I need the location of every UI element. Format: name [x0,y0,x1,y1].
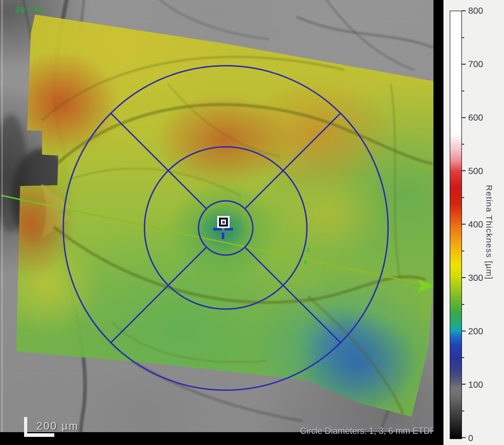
minor-tick-mark [462,357,464,358]
grid-diagonal-sw [111,247,206,343]
minor-tick-mark [462,411,464,411]
frame-counter: 29 / 61 [15,5,45,15]
colorbar-labels: 800 700 600 500 400 300 200 100 0 [468,5,483,444]
footer-note: Circle Diameters: 1, 3, 6 mm ETDRS [300,426,433,436]
scale-bar [24,433,54,437]
tick-label: 200 [468,326,483,337]
tick-label: 600 [468,112,483,123]
fovea-submarker [222,233,224,239]
colorbar-title-text: Retina Thickness [µm] [484,185,494,280]
colorbar-minor-ticks [462,37,464,411]
fovea-marker-dot [222,221,225,223]
minor-tick-mark [462,251,464,251]
minor-tick-mark [462,197,464,198]
fovea-marker-icon[interactable] [217,216,230,228]
image-right-strip [433,0,444,445]
tick-mark [462,10,466,11]
grid-diagonal-ne [245,113,340,209]
minor-tick-mark [462,37,464,38]
oct-thickness-map-view: 29 / 61 200 µm Circle Diameters: 1, 3, 6… [0,0,504,445]
fovea-submarker [213,228,222,230]
tick-label: 300 [468,272,483,283]
image-left-edge [2,0,3,445]
fovea-submarker [225,228,233,230]
fovea-marker-ring [219,218,228,227]
tick-mark [462,437,466,438]
tick-label: 500 [468,165,483,176]
colorbar-gradient [450,11,462,439]
minor-tick-mark [462,144,464,145]
minor-tick-mark [462,304,464,305]
tick-label: 400 [468,219,483,230]
minor-tick-mark [462,91,464,91]
tick-label: 800 [468,5,483,16]
fundus-image: 29 / 61 200 µm Circle Diameters: 1, 3, 6… [0,0,433,445]
grid-diagonal-se [245,247,340,343]
colorbar-title: Retina Thickness [µm] [484,0,494,445]
colorbar-panel: 800 700 600 500 400 300 200 100 0 Retina… [444,0,504,445]
tick-label: 700 [468,58,483,70]
tick-label: 100 [468,379,483,390]
etdrs-grid [0,0,433,445]
grid-diagonal-nw [111,113,206,209]
tick-label: 0 [468,432,483,444]
scale-bar-label: 200 µm [36,420,79,432]
